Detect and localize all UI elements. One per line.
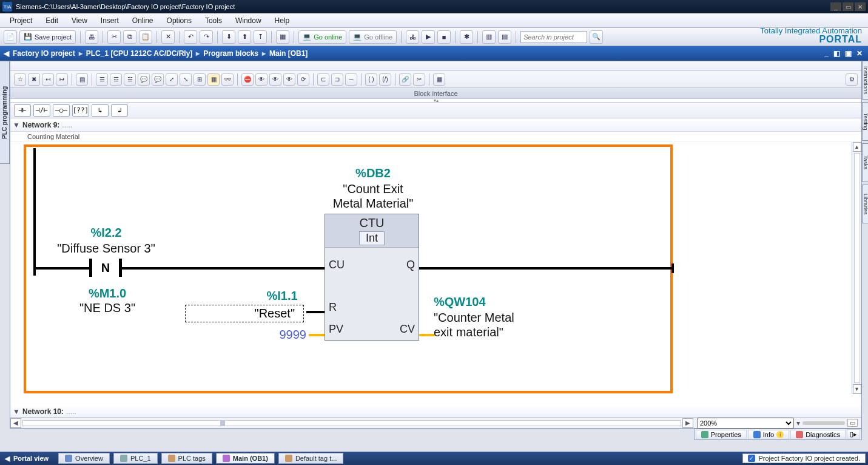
network-9-comment[interactable]: Counting Material <box>10 132 861 142</box>
portal-view-button[interactable]: ◀ Portal view <box>2 455 55 463</box>
unlink-icon[interactable]: ✂ <box>413 73 425 86</box>
delete-icon[interactable]: ✕ <box>161 30 175 44</box>
free-comment-icon[interactable]: ▦ <box>207 73 220 86</box>
menu-options[interactable]: Options <box>161 15 198 27</box>
scroll-down-icon[interactable]: ▼ <box>853 384 861 394</box>
menu-project[interactable]: Project <box>4 15 38 27</box>
zoom-fit-icon[interactable]: ▭ <box>847 419 858 427</box>
net-del-icon[interactable]: ☲ <box>110 73 122 86</box>
fb-datatype[interactable]: Int <box>359 231 385 245</box>
empty-box-button[interactable]: [??] <box>72 104 89 117</box>
start-cpu-icon[interactable]: ▶ <box>422 30 435 44</box>
comment-toggle-icon[interactable]: 💬 <box>138 73 150 86</box>
accessible-devices-icon[interactable]: 🖧 <box>406 30 419 44</box>
editor-minimize-icon[interactable]: _ <box>823 49 830 58</box>
sidetab-testing[interactable]: Testing <box>862 102 868 141</box>
paste-icon[interactable]: 📋 <box>139 30 152 44</box>
network-title-edit[interactable]: ..... <box>66 407 76 416</box>
coil-button[interactable]: ─○─ <box>53 104 70 117</box>
coil-icon[interactable]: ( ) <box>365 73 377 86</box>
reset-tag[interactable]: %I1.1 <box>252 289 312 303</box>
menu-help[interactable]: Help <box>269 15 296 27</box>
simulation-icon[interactable]: ▦ <box>276 30 289 44</box>
rung-icon[interactable]: ─ <box>345 73 357 86</box>
caret-down-icon[interactable]: ▼ <box>13 407 22 416</box>
scroll-right-icon[interactable]: ▶ <box>682 418 693 428</box>
open-branch-button[interactable]: ↳ <box>92 104 109 117</box>
download-icon[interactable]: ⬆ <box>238 30 251 44</box>
net-before-icon[interactable]: ☱ <box>124 73 136 86</box>
sidebar-tab-plc-programming[interactable]: PLC programming <box>0 61 10 164</box>
search-button-icon[interactable]: 🔍 <box>590 30 603 44</box>
vertical-scrollbar[interactable]: ▲ ▼ <box>852 142 861 394</box>
menu-online[interactable]: Online <box>126 15 160 27</box>
footer-tab-plc1[interactable]: PLC_1 <box>113 453 158 464</box>
stop-monitor-icon[interactable]: ⛔ <box>241 73 254 86</box>
sidetab-instructions[interactable]: Instructions <box>862 61 868 100</box>
menu-insert[interactable]: Insert <box>95 15 125 27</box>
cross-ref-icon[interactable]: ✱ <box>460 30 473 44</box>
settings-icon[interactable]: ⚙ <box>846 73 858 86</box>
menu-tools[interactable]: Tools <box>199 15 228 27</box>
zoom-select[interactable]: 200% <box>697 418 794 429</box>
goto-icon[interactable]: ✖ <box>28 73 40 86</box>
compile-icon[interactable]: ⬇ <box>222 30 235 44</box>
footer-tab-plc-tags[interactable]: PLC tags <box>161 453 212 464</box>
ladder-canvas[interactable]: %DB2 "Count Exit Metal Material" CTU Int… <box>10 142 861 405</box>
input-sensor-tag[interactable]: %I2.2 <box>70 226 143 240</box>
print-icon[interactable]: 🖶 <box>85 30 98 44</box>
menu-view[interactable]: View <box>66 15 93 27</box>
ncoil-icon[interactable]: (/) <box>379 73 391 86</box>
expand-icon[interactable]: ⤢ <box>166 73 178 86</box>
menu-edit[interactable]: Edit <box>39 15 64 27</box>
save-project-button[interactable]: 💾 Save project <box>19 30 76 44</box>
breadcrumb-project[interactable]: Factory IO project <box>13 49 75 58</box>
menu-window[interactable]: Window <box>229 15 267 27</box>
db-tag[interactable]: %DB2 <box>325 166 422 180</box>
new-project-icon[interactable]: 📄 <box>4 30 17 44</box>
window-close-icon[interactable]: ✕ <box>855 2 866 11</box>
network-10-header[interactable]: ▼ Network 10: ..... <box>10 405 861 418</box>
link-icon[interactable]: 🔗 <box>399 73 411 86</box>
ctu-function-block[interactable]: CTU Int CU Q R PV CV <box>325 214 419 341</box>
watch2-icon[interactable]: 👁 <box>269 73 281 86</box>
scroll-left-icon[interactable]: ◀ <box>10 418 21 428</box>
no-contact-button[interactable]: ⊣⊢ <box>14 104 31 117</box>
breadcrumb-main[interactable]: Main [OB1] <box>269 49 308 58</box>
net-new-icon[interactable]: ☰ <box>96 73 108 86</box>
edge-contact-n[interactable]: N <box>89 259 122 277</box>
monitor-icon[interactable]: 👓 <box>221 73 234 86</box>
go-offline-button[interactable]: 💻 Go offline <box>349 30 397 44</box>
close-branch-button[interactable]: ↲ <box>111 104 128 117</box>
inspector-collapse-button[interactable]: ▯▸ <box>847 429 860 440</box>
scroll-up-icon[interactable]: ▲ <box>853 142 861 152</box>
tab-info[interactable]: Info i <box>748 430 789 440</box>
sidetab-tasks[interactable]: Tasks <box>862 143 868 182</box>
network-9-header[interactable]: ▼ Network 9: ..... <box>10 118 861 132</box>
horizontal-scrollbar[interactable] <box>22 420 681 426</box>
footer-tab-default-tag-table[interactable]: Default tag t... <box>278 453 343 464</box>
next-icon[interactable]: ↦ <box>56 73 68 86</box>
editor-float-icon[interactable]: ◧ <box>832 49 842 58</box>
edge-mem-tag[interactable]: %M1.0 <box>71 287 144 300</box>
cut-icon[interactable]: ✂ <box>107 30 121 44</box>
footer-tab-overview[interactable]: Overview <box>58 453 110 464</box>
stop-cpu-icon[interactable]: ■ <box>437 30 451 44</box>
search-input[interactable] <box>520 31 587 43</box>
pv-constant[interactable]: 9999 <box>258 328 306 342</box>
fb-icon[interactable]: ▦ <box>433 73 445 86</box>
abs-icon[interactable]: ⊞ <box>193 73 206 86</box>
breadcrumb-back-icon[interactable]: ◀ <box>4 49 9 58</box>
tab-diagnostics[interactable]: Diagnostics <box>790 430 846 440</box>
comment-all-icon[interactable]: 💬 <box>152 73 164 86</box>
footer-tab-main-ob1[interactable]: Main (OB1) <box>216 453 275 464</box>
caret-down-icon[interactable]: ▼ <box>13 121 22 129</box>
window-minimize-icon[interactable]: _ <box>830 2 841 11</box>
watch4-icon[interactable]: ⟳ <box>297 73 309 86</box>
breadcrumb-blocks[interactable]: Program blocks <box>203 49 258 58</box>
tab-properties[interactable]: Properties <box>696 430 747 440</box>
go-online-button[interactable]: 💻 Go online <box>298 30 346 44</box>
editor-maximize-icon[interactable]: ▣ <box>843 49 853 58</box>
redo-icon[interactable]: ↷ <box>200 30 213 44</box>
watch1-icon[interactable]: 👁 <box>255 73 267 86</box>
